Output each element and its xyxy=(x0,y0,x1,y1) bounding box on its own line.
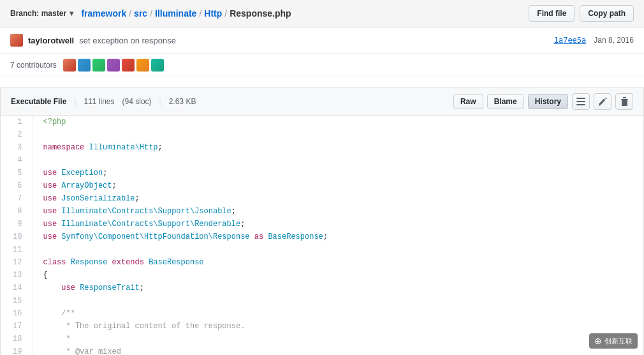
line-code xyxy=(33,243,643,256)
table-row: 4 xyxy=(1,154,643,167)
line-code: <?php xyxy=(33,116,643,128)
line-code xyxy=(33,154,643,167)
file-meta-bar: Executable File | 111 lines (94 sloc) | … xyxy=(0,87,644,115)
author-avatar xyxy=(10,34,23,47)
contributor-avatar-3[interactable] xyxy=(92,59,105,72)
contributor-avatar-4[interactable] xyxy=(107,59,120,72)
line-code: namespace Illuminate\Http; xyxy=(33,141,643,154)
table-row: 2 xyxy=(1,128,643,141)
commit-right: 1a7ee5a Jan 8, 2016 xyxy=(554,36,634,45)
contributor-avatar-7[interactable] xyxy=(151,59,164,72)
blame-button[interactable]: Blame xyxy=(487,94,524,109)
line-number[interactable]: 2 xyxy=(1,128,33,141)
file-type: Executable File xyxy=(11,97,66,106)
line-code: use Illuminate\Contracts\Support\Jsonabl… xyxy=(33,205,643,218)
line-number[interactable]: 5 xyxy=(1,167,33,179)
line-code xyxy=(33,128,643,141)
line-number[interactable]: 6 xyxy=(1,179,33,192)
file-size: 2.63 KB xyxy=(169,97,196,106)
file-sloc: (94 sloc) xyxy=(122,97,152,106)
line-code: use Exception; xyxy=(33,167,643,179)
table-row: 18 * xyxy=(1,333,643,345)
display-icon-button[interactable] xyxy=(572,93,590,110)
commit-bar: taylorotwell set exception on response 1… xyxy=(0,27,644,54)
table-row: 7 use JsonSerializable; xyxy=(1,192,643,205)
line-number[interactable]: 1 xyxy=(1,116,33,128)
breadcrumb-current-file: Response.php xyxy=(230,8,291,19)
line-code: /** xyxy=(33,307,643,320)
commit-message: set exception on response xyxy=(79,36,176,45)
code-area: 1 <?php 2 3 namespace Illuminate\Http; 4 xyxy=(0,115,644,355)
line-number[interactable]: 12 xyxy=(1,256,33,269)
file-lines: 111 lines xyxy=(84,97,115,106)
svg-rect-1 xyxy=(576,101,585,102)
line-number[interactable]: 7 xyxy=(1,192,33,205)
svg-rect-0 xyxy=(576,98,585,99)
breadcrumb-illuminate[interactable]: Illuminate xyxy=(155,8,196,19)
line-number[interactable]: 10 xyxy=(1,230,33,243)
table-row: 16 /** xyxy=(1,307,643,320)
table-row: 6 use ArrayObject; xyxy=(1,179,643,192)
contributor-avatar-2[interactable] xyxy=(78,59,91,72)
line-code: use ArrayObject; xyxy=(33,179,643,192)
line-number[interactable]: 13 xyxy=(1,269,33,282)
line-number[interactable]: 9 xyxy=(1,218,33,230)
raw-button[interactable]: Raw xyxy=(453,94,483,109)
line-number[interactable]: 17 xyxy=(1,320,33,333)
table-row: 12 class Response extends BaseResponse xyxy=(1,256,643,269)
line-code xyxy=(33,294,643,307)
delete-icon-button[interactable] xyxy=(615,93,633,110)
table-row: 10 use Symfony\Component\HttpFoundation\… xyxy=(1,230,643,243)
line-number[interactable]: 18 xyxy=(1,333,33,345)
line-number[interactable]: 16 xyxy=(1,307,33,320)
commit-author[interactable]: taylorotwell xyxy=(28,36,74,45)
line-code: * xyxy=(33,333,643,345)
contributors-label[interactable]: 7 contributors xyxy=(10,61,57,70)
line-code: { xyxy=(33,269,643,282)
main-container: Branch: master ▾ framework / src / Illum… xyxy=(0,0,644,355)
line-number[interactable]: 19 xyxy=(1,345,33,355)
contributors-bar: 7 contributors xyxy=(0,54,644,77)
line-code: use Illuminate\Contracts\Support\Rendera… xyxy=(33,218,643,230)
breadcrumb: Branch: master ▾ framework / src / Illum… xyxy=(10,8,291,19)
table-row: 3 namespace Illuminate\Http; xyxy=(1,141,643,154)
table-row: 14 use ResponseTrait; xyxy=(1,282,643,294)
table-row: 1 <?php xyxy=(1,116,643,128)
top-buttons: Find file Copy path xyxy=(529,5,634,22)
contributor-avatar-1[interactable] xyxy=(63,59,76,72)
line-number[interactable]: 11 xyxy=(1,243,33,256)
table-row: 13 { xyxy=(1,269,643,282)
contributor-avatars xyxy=(63,59,164,72)
line-code: * @var mixed xyxy=(33,345,643,355)
line-number[interactable]: 15 xyxy=(1,294,33,307)
table-row: 11 xyxy=(1,243,643,256)
find-file-button[interactable]: Find file xyxy=(529,5,574,22)
line-number[interactable]: 8 xyxy=(1,205,33,218)
branch-dropdown-arrow: ▾ xyxy=(70,9,73,18)
history-button[interactable]: History xyxy=(528,94,568,109)
contributor-avatar-6[interactable] xyxy=(136,59,149,72)
table-row: 15 xyxy=(1,294,643,307)
table-row: 19 * @var mixed xyxy=(1,345,643,355)
line-code: use ResponseTrait; xyxy=(33,282,643,294)
line-number[interactable]: 14 xyxy=(1,282,33,294)
contributor-avatar-5[interactable] xyxy=(122,59,135,72)
copy-path-button[interactable]: Copy path xyxy=(580,5,634,22)
code-table: 1 <?php 2 3 namespace Illuminate\Http; 4 xyxy=(1,116,643,355)
commit-sha[interactable]: 1a7ee5a xyxy=(554,36,587,45)
svg-rect-2 xyxy=(576,104,585,105)
commit-left: taylorotwell set exception on response xyxy=(10,34,176,47)
line-number[interactable]: 4 xyxy=(1,154,33,167)
line-number[interactable]: 3 xyxy=(1,141,33,154)
table-row: 8 use Illuminate\Contracts\Support\Jsona… xyxy=(1,205,643,218)
table-row: 5 use Exception; xyxy=(1,167,643,179)
line-code: * The original content of the response. xyxy=(33,320,643,333)
edit-icon-button[interactable] xyxy=(594,93,611,110)
breadcrumb-http[interactable]: Http xyxy=(204,8,222,19)
branch-selector[interactable]: Branch: master ▾ xyxy=(10,9,73,18)
table-row: 17 * The original content of the respons… xyxy=(1,320,643,333)
top-bar: Branch: master ▾ framework / src / Illum… xyxy=(0,0,644,27)
line-code: class Response extends BaseResponse xyxy=(33,256,643,269)
breadcrumb-framework[interactable]: framework xyxy=(81,8,126,19)
breadcrumb-src[interactable]: src xyxy=(134,8,147,19)
